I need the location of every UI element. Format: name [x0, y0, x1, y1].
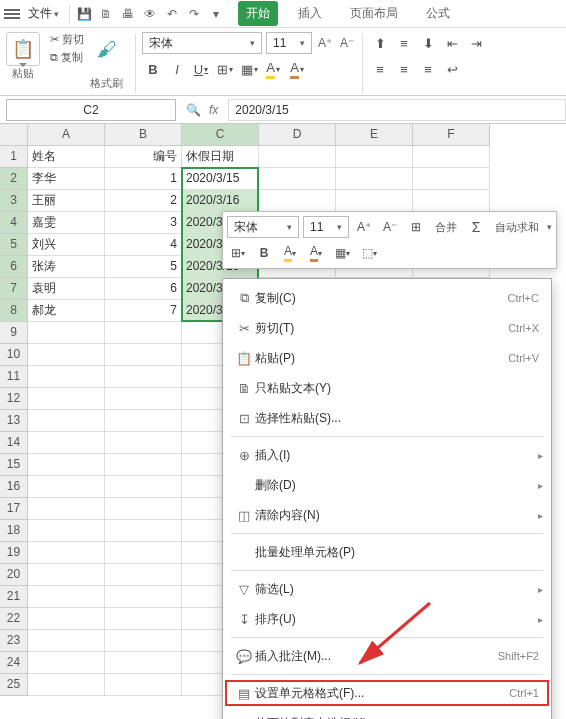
cell[interactable]: 郝龙	[28, 300, 105, 322]
ctx-format-cells[interactable]: ▤ 设置单元格格式(F)... Ctrl+1	[223, 678, 551, 708]
row-header[interactable]: 21	[0, 586, 28, 608]
cell[interactable]	[105, 432, 182, 454]
cell[interactable]	[413, 168, 490, 190]
mini-bold-button[interactable]: B	[253, 242, 275, 264]
cell[interactable]	[28, 498, 105, 520]
mini-decrease-font-icon[interactable]: A⁻	[379, 216, 401, 238]
col-header-A[interactable]: A	[28, 124, 105, 146]
bold-button[interactable]: B	[142, 58, 164, 80]
cell[interactable]	[28, 652, 105, 674]
cell[interactable]	[105, 542, 182, 564]
cell[interactable]	[28, 674, 105, 696]
mini-font-select[interactable]: 宋体▾	[227, 216, 299, 238]
mini-merge-icon[interactable]: ⊞	[405, 216, 427, 238]
col-header-B[interactable]: B	[105, 124, 182, 146]
col-header-E[interactable]: E	[336, 124, 413, 146]
cell[interactable]: 2	[105, 190, 182, 212]
row-header[interactable]: 7	[0, 278, 28, 300]
cell[interactable]: 张涛	[28, 256, 105, 278]
cell[interactable]: 李华	[28, 168, 105, 190]
decrease-font-icon[interactable]: A⁻	[338, 36, 356, 50]
cell[interactable]	[28, 366, 105, 388]
cell[interactable]	[336, 168, 413, 190]
cell[interactable]: 6	[105, 278, 182, 300]
redo-icon[interactable]: ↷	[186, 6, 202, 22]
cell[interactable]: 7	[105, 300, 182, 322]
cell[interactable]	[105, 454, 182, 476]
wrap-text-icon[interactable]: ↩	[441, 58, 463, 80]
cell[interactable]	[105, 520, 182, 542]
save-as-icon[interactable]: 🗎	[98, 6, 114, 22]
cell[interactable]	[336, 146, 413, 168]
cell[interactable]	[28, 322, 105, 344]
mini-fontcolor-button[interactable]: A▾	[305, 242, 327, 264]
print-preview-icon[interactable]: 👁	[142, 6, 158, 22]
cell[interactable]	[28, 608, 105, 630]
ctx-dropdown-pick[interactable]: 从下拉列表中选择(K)	[223, 708, 551, 719]
row-header[interactable]: 9	[0, 322, 28, 344]
cell[interactable]: 王丽	[28, 190, 105, 212]
ctx-paste-text[interactable]: 🗎 只粘贴文本(Y)	[223, 373, 551, 403]
row-header[interactable]: 11	[0, 366, 28, 388]
col-header-C[interactable]: C	[182, 124, 259, 146]
print-icon[interactable]: 🖶	[120, 6, 136, 22]
cell[interactable]	[413, 190, 490, 212]
ctx-clear[interactable]: ◫ 清除内容(N)	[223, 500, 551, 530]
ctx-comment[interactable]: 💬 插入批注(M)... Shift+F2	[223, 641, 551, 671]
row-header[interactable]: 1	[0, 146, 28, 168]
underline-button[interactable]: U▾	[190, 58, 212, 80]
cell[interactable]: 嘉雯	[28, 212, 105, 234]
align-top-icon[interactable]: ⬆	[369, 32, 391, 54]
cell[interactable]	[28, 476, 105, 498]
row-header[interactable]: 10	[0, 344, 28, 366]
cell[interactable]: 2020/3/16	[182, 190, 259, 212]
mini-border-button[interactable]: ⊞▾	[227, 242, 249, 264]
name-box[interactable]: C2	[6, 99, 176, 121]
mini-format-button[interactable]: ⬚▾	[358, 242, 381, 264]
cell[interactable]	[28, 432, 105, 454]
indent-left-icon[interactable]: ⇤	[441, 32, 463, 54]
mini-size-select[interactable]: 11▾	[303, 216, 349, 238]
tab-layout[interactable]: 页面布局	[342, 1, 406, 26]
cell[interactable]	[105, 322, 182, 344]
cell[interactable]: 2020/3/15	[182, 168, 259, 190]
mini-increase-font-icon[interactable]: A⁺	[353, 216, 375, 238]
row-header[interactable]: 12	[0, 388, 28, 410]
cell[interactable]	[28, 542, 105, 564]
row-header[interactable]: 8	[0, 300, 28, 322]
tab-formula[interactable]: 公式	[418, 1, 458, 26]
cell[interactable]: 袁明	[28, 278, 105, 300]
cell[interactable]: 刘兴	[28, 234, 105, 256]
cell[interactable]	[259, 190, 336, 212]
cell[interactable]	[105, 674, 182, 696]
qat-more-icon[interactable]: ▾	[208, 6, 224, 22]
align-center-icon[interactable]: ≡	[393, 58, 415, 80]
row-header[interactable]: 3	[0, 190, 28, 212]
row-header[interactable]: 24	[0, 652, 28, 674]
select-all-corner[interactable]	[0, 124, 28, 146]
cell[interactable]: 姓名	[28, 146, 105, 168]
row-header[interactable]: 13	[0, 410, 28, 432]
formula-bar[interactable]: 2020/3/15	[228, 99, 566, 121]
ctx-paste-special[interactable]: ⊡ 选择性粘贴(S)...	[223, 403, 551, 433]
cell[interactable]	[105, 476, 182, 498]
col-header-D[interactable]: D	[259, 124, 336, 146]
cell[interactable]	[28, 388, 105, 410]
ctx-delete[interactable]: 删除(D)	[223, 470, 551, 500]
copy-button[interactable]: ⧉复制	[50, 50, 84, 65]
fill-color-button[interactable]: A▾	[262, 58, 284, 80]
ctx-cut[interactable]: ✂ 剪切(T) Ctrl+X	[223, 313, 551, 343]
cell[interactable]	[28, 520, 105, 542]
row-header[interactable]: 4	[0, 212, 28, 234]
cell[interactable]	[105, 630, 182, 652]
row-header[interactable]: 23	[0, 630, 28, 652]
cell[interactable]	[105, 564, 182, 586]
row-header[interactable]: 15	[0, 454, 28, 476]
cell[interactable]	[105, 586, 182, 608]
row-header[interactable]: 20	[0, 564, 28, 586]
cell[interactable]: 3	[105, 212, 182, 234]
cell[interactable]	[28, 564, 105, 586]
row-header[interactable]: 19	[0, 542, 28, 564]
cell[interactable]: 5	[105, 256, 182, 278]
align-right-icon[interactable]: ≡	[417, 58, 439, 80]
